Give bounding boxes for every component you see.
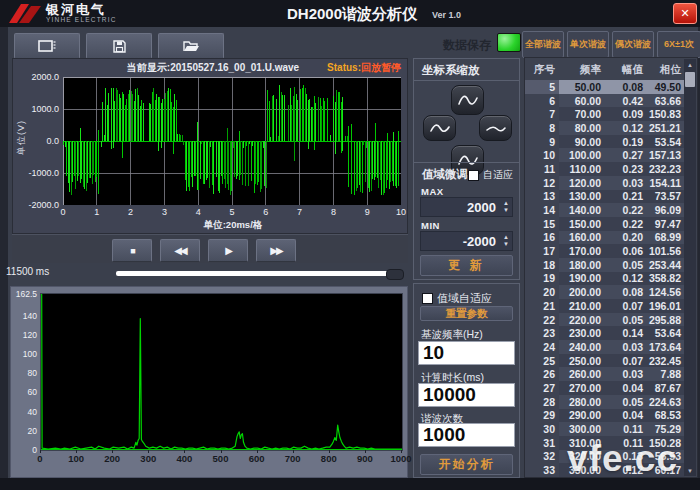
cell-value: 110.00 — [559, 162, 605, 176]
table-scrollbar[interactable]: ▲ ▼ — [684, 59, 696, 476]
close-button[interactable]: ✕ — [673, 3, 697, 24]
table-row[interactable]: 26260.000.037.88 — [525, 367, 685, 381]
table-header-0[interactable]: 序号 — [525, 58, 559, 80]
spectrum-x-tick-mark — [329, 450, 330, 453]
zoom-x-compress-button[interactable] — [423, 115, 456, 141]
spectrum-x-tick-label: 200 — [104, 453, 120, 464]
update-button[interactable]: 更 新 — [420, 255, 513, 276]
table-row[interactable]: 880.000.12251.21 — [525, 121, 685, 135]
waveform-x-tick-label: 7 — [297, 207, 302, 217]
play-button[interactable]: ▶ — [208, 239, 248, 262]
cell-index: 15 — [525, 217, 559, 231]
table-row[interactable]: 23230.000.1453.64 — [525, 326, 685, 340]
table-row[interactable]: 24240.000.03173.64 — [525, 340, 685, 354]
spinner-arrows-icon[interactable]: ▲▼ — [503, 234, 509, 248]
transport-bar: ■◀◀▶▶▶ — [12, 234, 408, 263]
harmonic-filter-button-2[interactable]: 偶次谐波 — [612, 31, 654, 58]
scrollbar-thumb[interactable] — [685, 72, 695, 87]
playback-slider[interactable] — [116, 271, 388, 276]
cell-value: 270.00 — [559, 381, 605, 395]
table-row[interactable]: 14140.000.2296.09 — [525, 203, 685, 217]
playback-slider-handle[interactable] — [386, 269, 404, 280]
value-auto-range-checkbox[interactable] — [422, 293, 433, 304]
table-row[interactable]: 29290.000.0468.53 — [525, 409, 685, 423]
zoom-x-expand-button[interactable] — [479, 115, 512, 141]
table-row[interactable]: 22220.000.05295.88 — [525, 313, 685, 327]
table-row[interactable]: 33330.000.1260.17 — [525, 463, 685, 477]
table-row[interactable]: 10100.000.27157.13 — [525, 148, 685, 162]
cell-value: 0.03 — [605, 176, 647, 190]
table-row[interactable]: 32320.000.1356.53 — [525, 450, 685, 464]
table-row[interactable]: 21210.000.07196.01 — [525, 299, 685, 313]
table-row[interactable]: 28280.000.05224.63 — [525, 395, 685, 409]
waveform-x-tick-label: 2 — [128, 207, 133, 217]
table-row[interactable]: 20200.000.08124.56 — [525, 285, 685, 299]
cell-value: 0.22 — [605, 203, 647, 217]
table-header-2[interactable]: 幅值 — [605, 58, 647, 80]
cell-value: 230.00 — [559, 326, 605, 340]
table-row[interactable]: 30300.000.1175.29 — [525, 422, 685, 436]
cell-value: 50.00 — [559, 80, 605, 94]
calc-duration-input[interactable] — [418, 383, 515, 407]
scroll-down-icon[interactable]: ▼ — [684, 465, 696, 476]
min-spinner[interactable]: -2000 ▲▼ — [420, 231, 513, 251]
spectrum-x-tick-label: 300 — [140, 453, 156, 464]
table-row[interactable]: 17170.000.06101.56 — [525, 244, 685, 258]
waveform-plot[interactable] — [63, 77, 401, 205]
max-spinner[interactable]: 2000 ▲▼ — [420, 197, 513, 217]
stop-button[interactable]: ■ — [112, 239, 152, 262]
table-row[interactable]: 12120.000.03154.11 — [525, 176, 685, 190]
cell-value: 0.19 — [605, 135, 647, 149]
table-row[interactable]: 16160.000.2068.99 — [525, 231, 685, 245]
table-row[interactable]: 990.000.1953.54 — [525, 135, 685, 149]
waveform-x-tick-label: 10 — [396, 207, 406, 217]
scroll-up-icon[interactable]: ▲ — [684, 59, 696, 70]
table-row[interactable]: 18180.000.05253.44 — [525, 258, 685, 272]
table-row[interactable]: 19190.000.12358.82 — [525, 272, 685, 286]
table-row[interactable]: 770.000.09150.83 — [525, 107, 685, 121]
table-header-1[interactable]: 频率 — [559, 58, 605, 80]
table-header-3[interactable]: 相位 — [647, 58, 685, 80]
auto-range-checkbox[interactable] — [468, 170, 479, 181]
open-file-button[interactable] — [158, 33, 224, 59]
brand-logo: 银河电气 YINHE ELECTRIC — [8, 2, 117, 24]
spectrum-x-tick-label: 800 — [321, 453, 337, 464]
cell-value: 0.20 — [605, 231, 647, 245]
reset-params-button[interactable]: 重置参数 — [420, 306, 513, 321]
fast-forward-icon: ▶▶ — [270, 245, 281, 256]
fundamental-freq-label: 基波频率(Hz) — [421, 328, 483, 342]
fast-forward-button[interactable]: ▶▶ — [256, 239, 296, 262]
table-row[interactable]: 27270.000.0487.67 — [525, 381, 685, 395]
table-row[interactable]: 550.000.0849.50 — [525, 80, 685, 94]
cell-value: 0.04 — [605, 409, 647, 423]
table-row[interactable]: 660.000.4263.66 — [525, 94, 685, 108]
harmonic-count-input[interactable] — [418, 423, 515, 447]
zoom-y-expand-button[interactable] — [451, 85, 484, 115]
cell-value: 0.12 — [605, 463, 647, 477]
window-bottom-border — [0, 478, 700, 490]
playback-position-label: 11500 ms — [6, 266, 49, 277]
spectrum-x-tick-label: 500 — [213, 453, 229, 464]
table-row[interactable]: 25250.000.07232.45 — [525, 354, 685, 368]
harmonic-filter-button-1[interactable]: 单次谐波 — [567, 31, 609, 58]
cell-value: 220.00 — [559, 313, 605, 327]
spinner-arrows-icon[interactable]: ▲▼ — [503, 200, 509, 214]
cell-value: 310.00 — [559, 436, 605, 450]
waveform-x-tick-label: 3 — [162, 207, 167, 217]
cell-index: 12 — [525, 176, 559, 190]
harmonic-filter-button-3[interactable]: 6X±1次 — [657, 31, 700, 58]
cell-index: 33 — [525, 463, 559, 477]
start-analysis-button[interactable]: 开始分析 — [420, 454, 513, 475]
display-mode-button[interactable] — [14, 33, 80, 59]
table-row[interactable]: 13130.000.2173.57 — [525, 190, 685, 204]
table-row[interactable]: 15150.000.2297.47 — [525, 217, 685, 231]
cell-index: 11 — [525, 162, 559, 176]
rewind-button[interactable]: ◀◀ — [160, 239, 200, 262]
table-row[interactable]: 11110.000.23232.23 — [525, 162, 685, 176]
save-button[interactable] — [86, 33, 152, 59]
fundamental-freq-input[interactable] — [418, 341, 515, 365]
harmonic-filter-button-0[interactable]: 全部谐波 — [522, 31, 564, 58]
spectrum-plot[interactable] — [40, 293, 403, 451]
cell-value: 251.21 — [647, 121, 685, 135]
table-row[interactable]: 31310.000.11150.28 — [525, 436, 685, 450]
